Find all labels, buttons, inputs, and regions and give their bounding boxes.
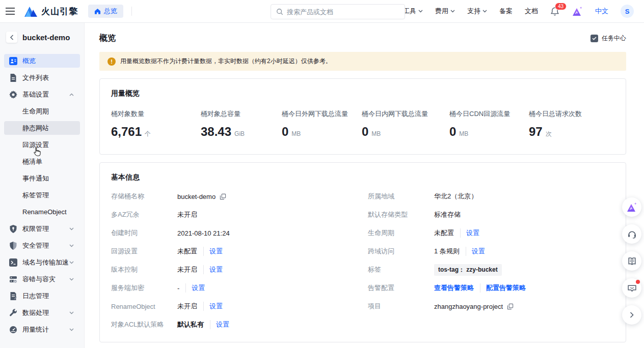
- lifecycle-set-link[interactable]: 设置: [460, 228, 479, 238]
- search-input-wrap[interactable]: [271, 4, 405, 19]
- chevron-down-icon: [482, 10, 487, 13]
- sidebar-item-lifecycle[interactable]: 生命周期: [4, 104, 80, 118]
- stat-internal-download: 桶今日内网下载总流量 0MB: [362, 109, 449, 139]
- sidebar-item-fault-tolerance[interactable]: 容错与容灾: [4, 272, 80, 286]
- notice-text: 用量概览数据不作为计费计量数据，非实时数据（约有2小时延迟）仅供参考。: [120, 57, 332, 66]
- row-created-time: 创建时间 2021-08-10 21:24: [111, 224, 358, 242]
- feedback-fab[interactable]: [622, 278, 641, 298]
- collapse-panel-fab[interactable]: [622, 305, 641, 325]
- copy-icon[interactable]: [507, 303, 514, 310]
- sidebar-item-tag-management[interactable]: 标签管理: [4, 188, 80, 202]
- sse-set-link[interactable]: 设置: [185, 283, 205, 293]
- notification-dot: [636, 280, 640, 284]
- basic-info-card: 基本信息 存储桶名称 bucket-demo 多AZ冗余 未开启 创建时间 20…: [99, 162, 626, 342]
- chevron-left-icon: [10, 35, 14, 40]
- row-storage-class: 默认存储类型 标准存储: [368, 206, 614, 224]
- row-versioning: 版本控制 未开启 设置: [111, 260, 358, 279]
- sidebar-header: bucket-demo: [0, 23, 84, 50]
- sidebar-item-permission-management[interactable]: 权限管理: [4, 222, 80, 236]
- search-input[interactable]: [287, 8, 399, 16]
- row-sse: 服务端加密 - 设置: [111, 279, 358, 297]
- view-alarm-policy-link[interactable]: 查看告警策略: [434, 283, 474, 293]
- nav-link-docs[interactable]: 文档: [525, 7, 538, 16]
- nav-right: 企业 工具 费用 支持 备案 文档 43 中文: [371, 5, 644, 18]
- copy-icon[interactable]: [220, 193, 226, 200]
- sidebar-menu: 概览 文件列表 基础设置 生命周期 静态网站 回源设置 桶清单: [0, 50, 84, 336]
- nav-menu-tools[interactable]: 工具: [403, 7, 423, 16]
- brand-name: 火山引擎: [41, 6, 78, 17]
- usage-overview-card: 用量概览 桶对象数量 6,761个 桶对象总容量 38.43GiB 桶今日外网下…: [99, 78, 626, 155]
- chevron-up-icon: [69, 93, 74, 96]
- ai-assistant-icon[interactable]: [572, 6, 583, 16]
- ai-assistant-fab[interactable]: [622, 197, 641, 217]
- volcengine-logo[interactable]: 火山引擎: [24, 6, 78, 17]
- sidebar-item-domain-acceleration[interactable]: 域名与传输加速: [4, 255, 80, 269]
- stat-total-capacity: 桶对象总容量 38.43GiB: [201, 109, 282, 139]
- row-acl-policy: 对象ACL默认策略 默认私有 设置: [111, 315, 358, 334]
- check-icon: [592, 37, 597, 40]
- row-bucket-name: 存储桶名称 bucket-demo: [111, 187, 358, 206]
- stat-object-count: 桶对象数量 6,761个: [111, 109, 201, 139]
- versioning-set-link[interactable]: 设置: [203, 265, 223, 274]
- wrench-icon: [9, 309, 17, 317]
- cors-set-link[interactable]: 设置: [466, 247, 485, 256]
- mountain-logo-icon: [24, 6, 38, 17]
- chevron-down-icon: [69, 278, 74, 281]
- gear-icon: [9, 91, 17, 99]
- overview-icon: [9, 57, 17, 65]
- row-alarm-config: 告警配置 查看告警策略 配置告警策略: [368, 279, 614, 297]
- config-alarm-policy-link[interactable]: 配置告警策略: [480, 283, 526, 293]
- avatar[interactable]: S: [621, 5, 634, 18]
- chevron-down-icon: [69, 244, 74, 247]
- row-lifecycle: 生命周期 未配置 设置: [368, 224, 614, 242]
- nav-link-icp[interactable]: 备案: [499, 7, 513, 16]
- sidebar: bucket-demo 概览 文件列表 基础设置 生命周期: [0, 23, 85, 348]
- sidebar-item-file-list[interactable]: 文件列表: [4, 71, 80, 84]
- row-tags: 标签 tos-tag： zzy-bucket: [368, 260, 614, 279]
- back-button[interactable]: [6, 32, 17, 43]
- row-origin-settings: 回源设置 未配置 设置: [111, 242, 358, 260]
- chevron-down-icon: [450, 10, 455, 13]
- nav-divider: [131, 7, 132, 16]
- server-icon: [9, 275, 17, 283]
- nav-menu-support[interactable]: 支持: [467, 7, 487, 16]
- sidebar-item-origin-settings[interactable]: 回源设置: [4, 138, 80, 152]
- sidebar-item-data-processing[interactable]: 数据处理: [4, 306, 80, 320]
- page-title: 概览: [99, 33, 116, 44]
- hamburger-menu-icon[interactable]: [0, 8, 20, 15]
- notification-count-badge: 43: [555, 3, 567, 10]
- basic-info-right-column: 所属地域 华北2（北京） 默认存储类型 标准存储 生命周期 未配置 设置 跨域访…: [368, 187, 614, 334]
- tag-chip: tos-tag： zzy-bucket: [434, 264, 502, 276]
- sidebar-item-static-website[interactable]: 静态网站: [4, 121, 80, 135]
- task-center-toggle[interactable]: 任务中心: [591, 34, 626, 43]
- chevron-down-icon: [69, 328, 74, 331]
- stat-total-requests: 桶今日总请求次数 97次: [529, 109, 582, 139]
- usage-card-title: 用量概览: [100, 79, 626, 98]
- warning-icon: !: [108, 57, 116, 66]
- row-renameobject: RenameObject 未开启 设置: [111, 297, 358, 315]
- support-headset-fab[interactable]: [622, 224, 641, 244]
- sidebar-item-renameobject[interactable]: RenameObject: [4, 205, 80, 219]
- chevron-down-icon: [418, 10, 423, 13]
- sidebar-item-log-management[interactable]: 日志管理: [4, 289, 80, 303]
- rename-set-link[interactable]: 设置: [203, 302, 223, 311]
- docs-book-fab[interactable]: [622, 251, 641, 271]
- row-region: 所属地域 华北2（北京）: [368, 187, 614, 206]
- sidebar-item-bucket-inventory[interactable]: 桶清单: [4, 155, 80, 168]
- sidebar-item-overview[interactable]: 概览: [4, 54, 80, 68]
- top-navbar: 火山引擎 总览 企业 工具 费用 支持 备案 文档 43: [0, 0, 644, 23]
- overview-nav-button[interactable]: 总览: [88, 5, 123, 18]
- task-center-checkbox[interactable]: [591, 35, 598, 42]
- origin-set-link[interactable]: 设置: [203, 247, 223, 256]
- acl-set-link[interactable]: 设置: [210, 320, 229, 329]
- sidebar-item-basic-settings[interactable]: 基础设置: [4, 88, 80, 101]
- notification-bell-icon[interactable]: 43: [550, 7, 559, 16]
- nav-menu-billing[interactable]: 费用: [435, 7, 455, 16]
- sidebar-item-security-management[interactable]: 安全管理: [4, 239, 80, 252]
- shield-icon: [9, 242, 17, 250]
- language-switch[interactable]: 中文: [595, 7, 608, 16]
- sidebar-item-usage-statistics[interactable]: 用量统计: [4, 323, 80, 336]
- file-icon: [9, 74, 17, 82]
- basic-info-left-column: 存储桶名称 bucket-demo 多AZ冗余 未开启 创建时间 2021-08…: [111, 187, 358, 334]
- sidebar-item-event-notification[interactable]: 事件通知: [4, 171, 80, 185]
